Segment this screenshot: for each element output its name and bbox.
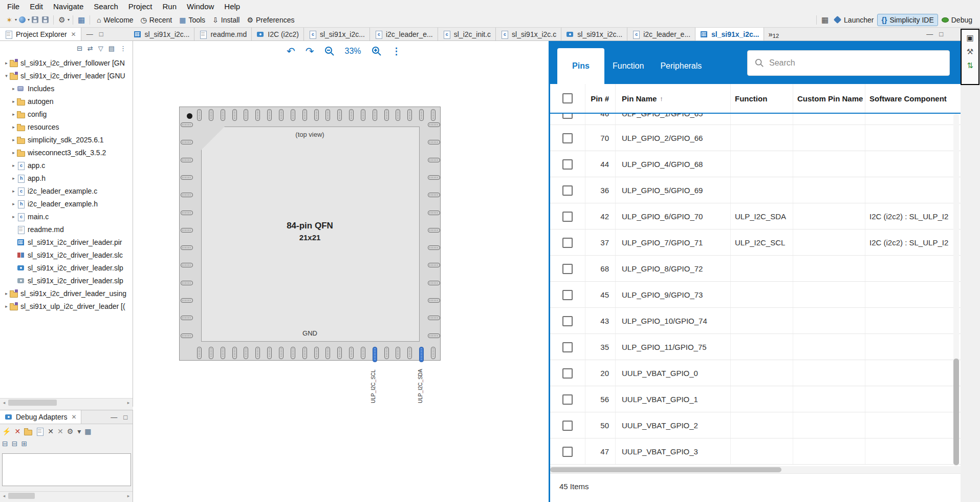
custom-pin-name-cell[interactable] <box>793 308 865 334</box>
debug-horizontal-scrollbar[interactable]: ◂ ▸ <box>0 491 133 500</box>
column-header-pin-number[interactable]: Pin # <box>585 84 616 113</box>
chip-pin[interactable] <box>209 347 213 359</box>
chip-pin[interactable] <box>325 347 330 359</box>
pin-table-row[interactable]: 43 ULP_GPIO_10/GPIO_74 <box>550 308 961 334</box>
pin-table-row[interactable]: 36 ULP_GPIO_5/GPIO_69 <box>550 177 961 203</box>
external-tools-icon[interactable]: ⚙ <box>57 14 67 26</box>
chip-pin[interactable] <box>428 298 440 303</box>
chip-pin[interactable] <box>428 122 440 127</box>
chip-pin[interactable] <box>349 109 354 121</box>
expander-icon[interactable]: ▸ <box>10 163 17 168</box>
pin-table-row[interactable]: 70 ULP_GPIO_2/GPIO_66 <box>550 125 961 151</box>
row-checkbox[interactable] <box>562 238 573 248</box>
debug-perspective-button[interactable]: Debug <box>938 14 976 26</box>
tree-item[interactable]: sl_si91x_i2c_driver_leader.pir <box>0 236 133 248</box>
new-wizard-icon[interactable]: ✶ <box>5 14 14 26</box>
chip-pin[interactable] <box>181 281 193 285</box>
chip-pin[interactable] <box>428 245 440 250</box>
function-cell[interactable] <box>731 125 793 151</box>
chip-pin[interactable] <box>428 140 440 144</box>
chip-pin[interactable] <box>428 211 440 215</box>
tree-item[interactable]: ▸ app.h <box>0 172 133 184</box>
editor-tab[interactable]: sl_si91x_i2c... <box>561 28 627 40</box>
chip-pin[interactable] <box>349 347 354 359</box>
chip-pin[interactable] <box>428 316 440 320</box>
chip-pin[interactable] <box>428 281 440 285</box>
chip-pin[interactable] <box>181 263 193 267</box>
chip-pin[interactable] <box>337 347 342 359</box>
maximize-icon[interactable]: □ <box>939 30 943 38</box>
chip-pin[interactable] <box>431 109 435 121</box>
row-checkbox[interactable] <box>562 342 573 352</box>
sync-arrows-icon[interactable]: ⇅ <box>967 61 973 70</box>
pin-table-row[interactable]: 68 ULP_GPIO_8/GPIO_72 <box>550 256 961 282</box>
menu-item[interactable]: Run <box>157 2 182 11</box>
chip-pin[interactable] <box>267 347 272 359</box>
pin-table-row[interactable]: 47 UULP_VBAT_GPIO_3 <box>550 438 961 465</box>
custom-pin-name-cell[interactable] <box>793 334 865 360</box>
scroll-left-icon[interactable]: ◂ <box>0 400 8 405</box>
kebab-menu-icon[interactable]: ⋮ <box>392 46 401 57</box>
minimize-icon[interactable]: — <box>86 30 93 38</box>
row-checkbox[interactable] <box>562 159 573 170</box>
tree-item[interactable]: ▸ resources <box>0 120 133 133</box>
debug-grid-icon[interactable]: ▦ <box>77 14 86 26</box>
expander-icon[interactable]: ▸ <box>3 60 10 66</box>
editor-tab[interactable]: sl_i2c_init.c <box>438 28 496 40</box>
rotate-left-icon[interactable]: ↶ <box>287 45 295 57</box>
chip-pin-highlighted[interactable] <box>373 347 377 362</box>
custom-pin-name-cell[interactable] <box>793 386 865 412</box>
function-cell[interactable] <box>731 360 793 386</box>
pin-table-row[interactable]: 37 ULP_GPIO_7/GPIO_71 ULP_I2C_SCL I2C (i… <box>550 229 961 256</box>
det ach-icon[interactable]: ✕ <box>57 427 63 435</box>
chip-pin[interactable] <box>373 109 377 121</box>
custom-pin-name-cell[interactable] <box>793 229 865 256</box>
scrollbar-thumb[interactable] <box>953 359 959 465</box>
chip-pin[interactable] <box>181 245 193 250</box>
menu-item[interactable]: Project <box>123 2 158 11</box>
collapse-all-icon[interactable]: ⊟ <box>77 45 82 52</box>
tools-button[interactable]: ▦Tools <box>176 14 209 26</box>
simplicity-ide-perspective-button[interactable]: {}Simplicity IDE <box>877 14 938 26</box>
close-adapter-icon[interactable]: ✕ <box>48 427 54 435</box>
chip-pin[interactable] <box>314 347 319 359</box>
chip-pin[interactable] <box>181 193 193 197</box>
chip-pin[interactable] <box>325 109 330 121</box>
tree-item[interactable]: ▸ app.c <box>0 159 133 172</box>
custom-pin-name-cell[interactable] <box>793 412 865 438</box>
expander-icon[interactable]: ▸ <box>10 112 17 117</box>
chip-pin[interactable] <box>255 109 260 121</box>
close-icon[interactable]: ✕ <box>71 31 76 38</box>
chip-pin-highlighted[interactable] <box>419 347 424 362</box>
chip-pin[interactable] <box>232 347 237 359</box>
chip-pin[interactable] <box>419 109 424 121</box>
pin-table-vertical-scrollbar[interactable] <box>953 114 959 466</box>
chip-pin[interactable] <box>209 109 213 121</box>
tree-item[interactable]: ▸ wiseconnect3_sdk_3.5.2 <box>0 146 133 159</box>
tree-item[interactable]: ▸ Includes <box>0 82 133 95</box>
pin-table-row[interactable]: 50 UULP_VBAT_GPIO_2 <box>550 412 961 438</box>
expander-icon[interactable]: ▸ <box>10 137 17 142</box>
expander-icon[interactable]: ▸ <box>10 124 17 130</box>
dropdown-caret-icon[interactable]: ▾ <box>15 17 17 22</box>
chip-pin[interactable] <box>396 109 400 121</box>
maximize-icon[interactable]: □ <box>99 30 103 38</box>
disconnect-icon[interactable]: ✕ <box>14 427 20 435</box>
scan-icon[interactable]: ⚡ <box>2 427 11 435</box>
row-checkbox[interactable] <box>562 447 573 457</box>
chip-pin[interactable] <box>267 109 272 121</box>
chip-pin[interactable] <box>428 158 440 162</box>
menu-item[interactable]: Edit <box>25 2 48 11</box>
row-checkbox[interactable] <box>562 290 573 300</box>
function-cell[interactable] <box>731 177 793 203</box>
chip-pin[interactable] <box>428 333 440 338</box>
editor-tab[interactable]: sl_si91x_i2c... <box>695 28 764 40</box>
row-checkbox[interactable] <box>562 368 573 379</box>
chip-pin[interactable] <box>407 109 412 121</box>
chip-pin[interactable] <box>384 109 389 121</box>
welcome-button[interactable]: ⌂Welcome <box>93 14 137 26</box>
pin-table-horizontal-scrollbar[interactable] <box>550 466 961 473</box>
tree-item[interactable]: sl_si91x_i2c_driver_leader.slp <box>0 274 133 287</box>
function-cell[interactable] <box>731 282 793 308</box>
row-checkbox[interactable] <box>562 394 573 405</box>
